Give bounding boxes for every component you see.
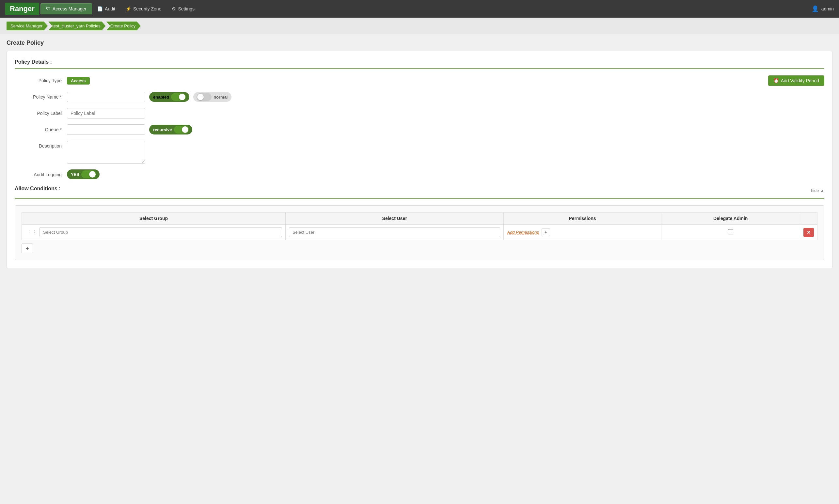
permissions-cell: Add Permissions + bbox=[504, 224, 661, 240]
policy-label-row: Policy Label bbox=[15, 108, 824, 119]
add-row-button[interactable]: + bbox=[21, 244, 33, 253]
policy-type-row: Policy Type Access ⏰ Add Validity Period bbox=[15, 75, 824, 86]
audit-logging-label: Audit Logging bbox=[15, 169, 67, 177]
allow-conditions-header: Allow Conditions : hide ▲ bbox=[15, 186, 824, 195]
policy-type-label: Policy Type bbox=[15, 75, 67, 83]
normal-label: normal bbox=[214, 95, 228, 100]
policy-type-badge: Access bbox=[67, 77, 90, 85]
user-icon: 👤 bbox=[811, 5, 819, 13]
yes-label: YES bbox=[71, 172, 79, 177]
delegate-admin-checkbox[interactable] bbox=[728, 229, 733, 234]
nav-item-security-zone[interactable]: ⚡ Security Zone bbox=[121, 4, 166, 14]
col-select-user: Select User bbox=[285, 213, 504, 224]
permissions-plus-button[interactable]: + bbox=[541, 229, 550, 236]
description-row: Description bbox=[15, 141, 824, 164]
policy-details-divider bbox=[15, 68, 824, 69]
queue-row: Queue * recursive bbox=[15, 124, 824, 135]
navbar: Ranger 🛡 Access Manager 📄 Audit ⚡ Securi… bbox=[0, 0, 839, 18]
shield-icon: 🛡 bbox=[46, 6, 51, 12]
policy-name-input[interactable] bbox=[67, 92, 145, 102]
nav-items: 🛡 Access Manager 📄 Audit ⚡ Security Zone… bbox=[40, 3, 811, 14]
col-select-group: Select Group bbox=[22, 213, 286, 224]
yes-toggle-pill: YES bbox=[67, 169, 100, 179]
allow-conditions-title: Allow Conditions : bbox=[15, 186, 60, 192]
select-group-cell: ⋮⋮ bbox=[22, 224, 286, 240]
queue-controls: recursive bbox=[67, 124, 824, 135]
col-action bbox=[800, 213, 818, 224]
audit-logging-row: Audit Logging YES bbox=[15, 169, 824, 179]
add-validity-button[interactable]: ⏰ Add Validity Period bbox=[768, 75, 824, 86]
policy-label-input[interactable] bbox=[67, 108, 145, 119]
select-user-cell bbox=[285, 224, 504, 240]
queue-input[interactable] bbox=[67, 124, 145, 135]
bolt-icon: ⚡ bbox=[126, 6, 131, 12]
breadcrumb-service-manager[interactable]: Service Manager bbox=[6, 21, 48, 30]
audit-logging-toggle[interactable] bbox=[81, 170, 96, 178]
breadcrumb: Service Manager test_cluster_yarn Polici… bbox=[0, 18, 839, 34]
description-textarea[interactable] bbox=[67, 141, 145, 164]
enabled-label: enabled bbox=[153, 95, 169, 100]
policy-details-title: Policy Details : bbox=[15, 59, 824, 65]
nav-item-access-manager[interactable]: 🛡 Access Manager bbox=[40, 3, 92, 14]
recursive-toggle[interactable] bbox=[174, 126, 189, 133]
select-user-input[interactable] bbox=[289, 227, 500, 237]
add-permissions-link[interactable]: Add Permissions bbox=[507, 230, 539, 235]
col-delegate-admin: Delegate Admin bbox=[661, 213, 800, 224]
recursive-toggle-pill: recursive bbox=[149, 125, 192, 134]
policy-label-label: Policy Label bbox=[15, 108, 67, 116]
queue-label: Queue * bbox=[15, 124, 67, 132]
clock-icon: ⏰ bbox=[773, 78, 779, 83]
conditions-container: Select Group Select User Permissions Del… bbox=[15, 205, 824, 260]
description-controls bbox=[67, 141, 824, 164]
normal-toggle-pill: normal bbox=[193, 92, 231, 102]
policy-type-controls: Access ⏰ Add Validity Period bbox=[67, 75, 824, 86]
nav-item-settings[interactable]: ⚙ Settings bbox=[166, 4, 200, 14]
nav-item-audit[interactable]: 📄 Audit bbox=[92, 4, 121, 14]
enabled-toggle[interactable] bbox=[171, 93, 186, 101]
description-label: Description bbox=[15, 141, 67, 148]
delete-cell: ✕ bbox=[800, 224, 818, 240]
breadcrumb-policies[interactable]: test_cluster_yarn Policies bbox=[48, 21, 105, 30]
drag-handle-icon: ⋮⋮ bbox=[25, 229, 38, 235]
delegate-admin-cell bbox=[661, 224, 800, 240]
policy-card: Policy Details : Policy Type Access ⏰ Ad… bbox=[6, 51, 833, 268]
audit-logging-controls: YES bbox=[67, 169, 824, 179]
policy-name-label: Policy Name * bbox=[15, 92, 67, 100]
recursive-label: recursive bbox=[153, 127, 172, 132]
table-row: ⋮⋮ Add Permissions + bbox=[22, 224, 818, 240]
breadcrumb-create-policy[interactable]: Create Policy bbox=[106, 21, 141, 30]
hide-link[interactable]: hide ▲ bbox=[811, 188, 824, 193]
delete-row-button[interactable]: ✕ bbox=[803, 228, 814, 237]
page-title: Create Policy bbox=[6, 39, 833, 46]
gear-icon: ⚙ bbox=[172, 6, 176, 12]
normal-toggle[interactable] bbox=[197, 93, 212, 101]
col-permissions: Permissions bbox=[504, 213, 661, 224]
user-menu[interactable]: 👤 admin bbox=[811, 5, 834, 13]
brand-logo[interactable]: Ranger bbox=[5, 3, 39, 15]
enabled-toggle-pill: enabled bbox=[149, 92, 189, 102]
select-group-input[interactable] bbox=[39, 227, 282, 237]
page-content: Create Policy Policy Details : Policy Ty… bbox=[0, 34, 839, 273]
policy-label-controls bbox=[67, 108, 824, 119]
permissions-container: Add Permissions + bbox=[507, 229, 658, 236]
conditions-table: Select Group Select User Permissions Del… bbox=[21, 212, 818, 240]
doc-icon: 📄 bbox=[97, 6, 103, 12]
policy-name-row: Policy Name * enabled normal bbox=[15, 92, 824, 102]
allow-conditions-divider bbox=[15, 198, 824, 199]
policy-name-controls: enabled normal bbox=[67, 92, 824, 102]
